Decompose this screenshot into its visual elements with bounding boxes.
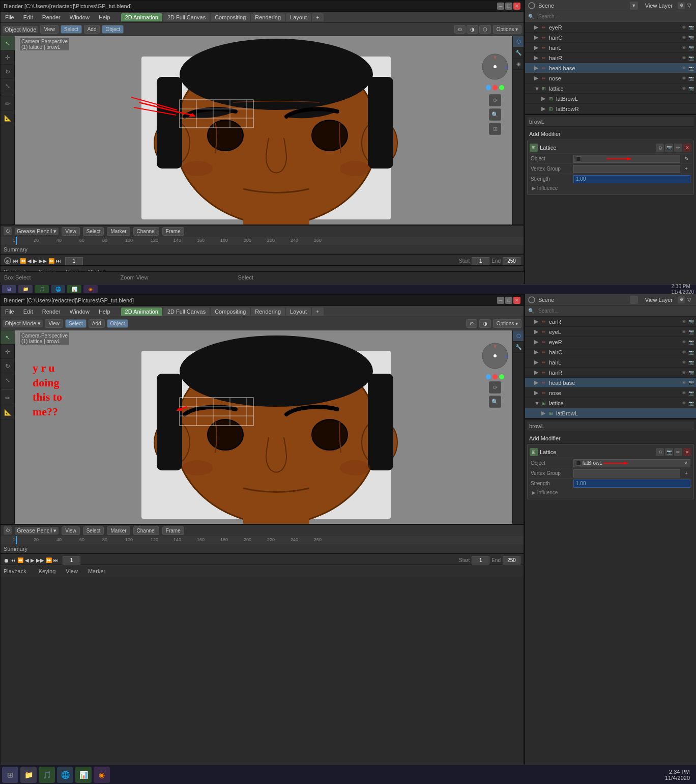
measure-tool-bottom[interactable]: 📐 <box>1 405 15 419</box>
eye-icon-hairC[interactable]: 👁 <box>681 35 687 41</box>
eye-nose-bot[interactable]: 👁 <box>681 390 687 396</box>
cam-icon-eyeR[interactable]: 📷 <box>688 24 694 31</box>
eye-hairL-bot[interactable]: 👁 <box>681 359 687 366</box>
cam-icon-headbase[interactable]: 📷 <box>688 65 694 71</box>
object-mode-bottom[interactable]: Object Mode ▾ <box>3 320 43 327</box>
mod-edit-top[interactable]: ✏ <box>674 144 682 152</box>
vertex-group-picker-top[interactable]: + <box>682 165 690 173</box>
filter-btn-top[interactable]: ▼ <box>630 2 638 10</box>
menu-window-bottom[interactable]: Window <box>67 307 92 316</box>
tab-2d-animation-top[interactable]: 2D Animation <box>121 13 162 21</box>
cam-earR[interactable]: 📷 <box>688 319 694 325</box>
tree-item-nose-top[interactable]: ▶ ✏ nose 👁 📷 <box>525 73 696 83</box>
cam-icon-hairL[interactable]: 📷 <box>688 45 694 51</box>
object-btn-bottom[interactable]: Object <box>107 319 129 328</box>
select-top[interactable]: Select <box>238 274 253 281</box>
tree-item-headbase-top[interactable]: ▶ ✏ head base 👁 📷 <box>525 63 696 73</box>
modifier-props-icon-bottom[interactable]: 🔧 <box>513 342 524 353</box>
timeline-icon-bottom[interactable]: ⏱ <box>4 526 12 535</box>
rec-btn-bottom[interactable]: ⏺ <box>4 557 9 564</box>
tab-add-top[interactable]: + <box>312 13 323 21</box>
overlay-btn-bottom[interactable]: ⊙ <box>466 319 477 328</box>
cam-eyeL[interactable]: 📷 <box>688 329 694 335</box>
prev-kf-btn-bottom[interactable]: ⏪ <box>17 557 23 563</box>
end-frame-input-top[interactable] <box>503 257 520 265</box>
object-mode-top[interactable]: Object Mode <box>3 26 38 33</box>
strength-val-bot[interactable]: 1.00 <box>573 480 690 488</box>
tab-layout-top[interactable]: Layout <box>286 13 311 21</box>
tab-rendering-top[interactable]: Rendering <box>251 13 285 21</box>
minimize-btn-bottom[interactable]: ─ <box>497 297 504 304</box>
mod-edit-bot[interactable]: ✏ <box>674 448 682 456</box>
eye-headbase-bot[interactable]: 👁 <box>681 380 687 386</box>
prev-fr-btn-bottom[interactable]: ◀ <box>25 557 29 563</box>
settings-icon-bottom[interactable]: ⚙ <box>678 296 685 303</box>
tree-item-latBrowL-bot[interactable]: ▶ ⊞ latBrowL <box>525 408 696 418</box>
material-props-icon[interactable]: ◉ <box>513 59 524 70</box>
rotate-tool-bottom[interactable]: ↻ <box>1 359 15 373</box>
scale-tool-bottom[interactable]: ⤡ <box>1 373 15 387</box>
box-select-top[interactable]: Box Select <box>4 274 31 281</box>
timeline-channel-btn-top[interactable]: Channel <box>133 227 159 236</box>
select-btn-bottom[interactable]: Select <box>65 319 86 328</box>
object-props-icon[interactable]: ⬡ <box>513 36 524 47</box>
jump-end-btn-top[interactable]: ⏭ <box>56 258 61 264</box>
view-tl-bottom[interactable]: View <box>62 526 80 535</box>
maximize-btn-top[interactable]: □ <box>505 3 512 10</box>
select-tl-bottom[interactable]: Select <box>83 526 104 535</box>
browser-btn-mid[interactable]: 🌐 <box>51 285 65 293</box>
move-tool[interactable]: ✛ <box>1 50 15 65</box>
tree-item-lattice-bot[interactable]: ▼ ⊞ lattice 👁 📷 <box>525 398 696 408</box>
frame-tl-bottom[interactable]: Frame <box>162 526 184 535</box>
pan-gizmo-bottom[interactable]: ⟳ <box>489 381 501 394</box>
cam-hairR-bot[interactable]: 📷 <box>688 370 694 376</box>
timeline-frame-btn-top[interactable]: Frame <box>162 227 184 236</box>
tree-item-earR[interactable]: ▶ ✏ earR 👁 📷 <box>525 317 696 327</box>
tree-item-hairC[interactable]: ▶ ✏ hairC 👁 📷 <box>525 33 696 43</box>
prev-keyframe-btn-top[interactable]: ⏪ <box>20 258 26 264</box>
object-value-bot[interactable]: latBrowL ✕ <box>573 459 690 467</box>
minimize-btn-top[interactable]: ─ <box>497 3 504 10</box>
filter-icon-top[interactable]: ⚙ <box>678 2 685 9</box>
object-clear-bot[interactable]: ✕ <box>684 461 688 466</box>
menu-edit-top[interactable]: Edit <box>21 13 36 21</box>
shading-btn-bottom[interactable]: ◑ <box>479 319 491 328</box>
menu-window-top[interactable]: Window <box>67 13 92 21</box>
modifier-props-icon[interactable]: 🔧 <box>513 47 524 59</box>
playback-mode-top[interactable]: ⏺ <box>4 257 12 266</box>
zoom-gizmo-top[interactable]: 🔍 <box>489 108 501 121</box>
close-btn-top[interactable]: ✕ <box>513 3 520 10</box>
add-btn-bottom[interactable]: Add <box>89 319 105 328</box>
eye-earR[interactable]: 👁 <box>681 319 687 325</box>
influence-row-top[interactable]: ▶ Influence <box>530 184 691 192</box>
tab-add-bottom[interactable]: + <box>312 307 323 316</box>
shading-btn-top[interactable]: ◑ <box>467 25 478 34</box>
perspective-gizmo-top[interactable]: ⊞ <box>489 123 501 135</box>
options-btn-bottom[interactable]: Options ▾ <box>493 319 521 328</box>
eye-icon-hairR[interactable]: 👁 <box>681 55 687 61</box>
xray-btn-top[interactable]: ⬡ <box>479 25 491 34</box>
play-btn-top[interactable]: ▶ <box>33 258 37 264</box>
tree-item-eyeL[interactable]: ▶ ✏ eyeL 👁 📷 <box>525 327 696 337</box>
vg-picker-bot[interactable]: + <box>682 469 690 478</box>
tree-item-headbase-bot[interactable]: ▶ ✏ head base 👁 📷 <box>525 378 696 388</box>
mod-realtime-bot[interactable]: ⎙ <box>656 448 664 456</box>
tab-2d-full-bottom[interactable]: 2D Full Canvas <box>163 307 210 316</box>
nav-gizmo-top[interactable]: Y X <box>480 51 510 82</box>
jump-start-btn-top[interactable]: ⏮ <box>13 258 18 264</box>
start-btn[interactable]: ⊞ <box>2 767 18 783</box>
search-input-top[interactable] <box>536 13 693 21</box>
nav-gizmo-bottom[interactable]: Y X <box>480 341 510 371</box>
cam-lattice-bot[interactable]: 📷 <box>688 400 694 406</box>
options-btn-top[interactable]: Options ▾ <box>493 25 521 34</box>
eye-hairC-bot[interactable]: 👁 <box>681 349 687 355</box>
timeline-ruler-bottom[interactable]: 1 20 40 60 80 100 120 140 160 180 200 22… <box>1 536 524 544</box>
menu-file-bottom[interactable]: File <box>3 307 17 316</box>
vertex-group-value-top[interactable] <box>573 165 680 173</box>
view-btn-top[interactable]: View <box>40 25 59 34</box>
channel-tl-bottom[interactable]: Channel <box>133 526 159 535</box>
start-frame-input-bottom[interactable] <box>472 556 489 565</box>
cam-icon-nose[interactable]: 📷 <box>688 75 694 81</box>
zoom-gizmo-bottom[interactable]: 🔍 <box>489 396 501 408</box>
eye-icon-lattice[interactable]: 👁 <box>681 86 687 92</box>
